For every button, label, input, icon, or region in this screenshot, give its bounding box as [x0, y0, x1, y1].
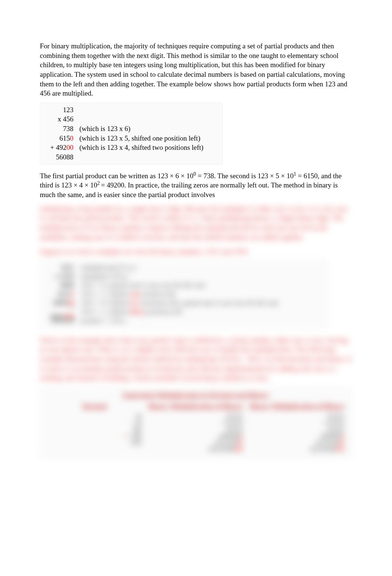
- calc-row: 6150 (which is 123 x 5, shifted one posi…: [44, 134, 219, 143]
- calc-description: (which is 123 x 6): [73, 124, 130, 134]
- calc-value: + 49200: [44, 143, 73, 152]
- blurred-paragraph: multiplying a long number by a single ba…: [40, 204, 352, 242]
- blurred-table-col: 45 × 29 405 + + 900 1305: [44, 411, 145, 453]
- calc-row: 56088: [44, 152, 219, 162]
- blurred-comparison-table: Equivalent Multiplication in Decimal and…: [40, 388, 352, 459]
- decimal-multiplication-example: 123 x 456 738 (which is 123 x 6) 6150 (w…: [40, 103, 223, 165]
- calc-description: (which is 123 x 5, shifted one position …: [73, 134, 200, 143]
- blurred-paragraph: Notice in the example above that every p…: [40, 335, 352, 383]
- blurred-table-header: Decimal Binary Multiplication of Binary …: [44, 401, 348, 411]
- calc-value: x 456: [44, 114, 73, 124]
- calc-value: 6150: [44, 134, 73, 143]
- trailing-zero: 0: [70, 134, 74, 142]
- calc-row: 738 (which is 123 x 6): [44, 124, 219, 134]
- blurred-paragraph: Suppose we wish to multiply two four-bit…: [40, 247, 352, 256]
- calc-value: 738: [44, 124, 73, 134]
- blurred-locked-content: multiplying a long number by a single ba…: [40, 204, 352, 459]
- superscript: 2: [97, 180, 101, 186]
- superscript: 0: [193, 171, 196, 176]
- blurred-binary-example: 1011multiplicand (11₁₀) x 1010multiplier…: [40, 260, 328, 329]
- blurred-table-title: Equivalent Multiplication in Decimal and…: [44, 390, 348, 400]
- blurred-table-col: 101101 × 011101 101101 00000000 10110100…: [247, 411, 348, 453]
- calc-result: 56088: [44, 152, 73, 162]
- calc-description: (which is 123 x 4, shifted two positions…: [73, 143, 203, 152]
- calc-value: 123: [44, 105, 73, 115]
- calc-row: 123: [44, 105, 219, 115]
- calc-row: x 456: [44, 114, 219, 124]
- blurred-table-col: 101101 × 011101 101101 00000000 10110100…: [145, 411, 247, 453]
- trailing-zero: 00: [66, 144, 73, 151]
- explanation-paragraph: The first partial product can be written…: [40, 171, 352, 200]
- calc-row: + 49200 (which is 123 x 4, shifted two p…: [44, 143, 219, 152]
- intro-paragraph: For binary multiplication, the majority …: [40, 41, 352, 98]
